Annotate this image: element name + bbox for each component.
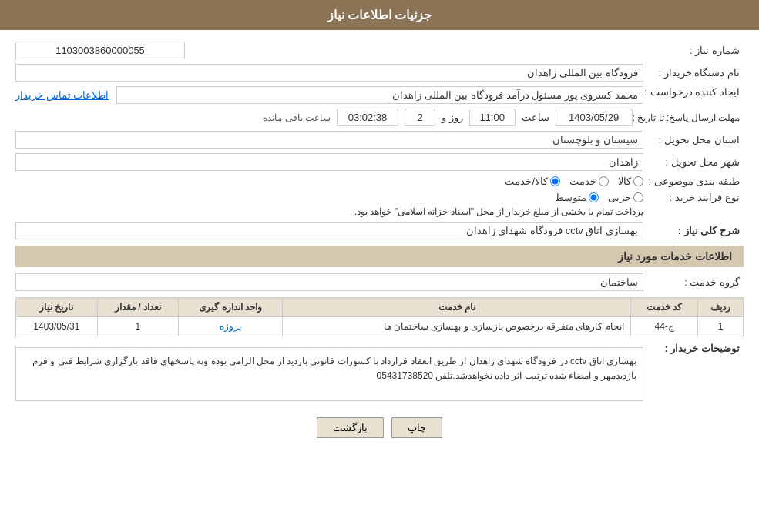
grohe-value: ساختمان: [15, 273, 643, 291]
cell-vahed: پروژه: [179, 317, 283, 336]
mohlat-date: 1403/05/29: [556, 109, 633, 126]
farayand-note: پرداخت تمام یا بخشی از مبلغ خریدار از مح…: [15, 206, 643, 217]
table-row: 1 ج-44 انجام کارهای متفرقه درخصوص بازساز…: [16, 317, 744, 336]
radio-khedmat[interactable]: خدمت: [569, 176, 609, 187]
contact-link[interactable]: اطلاعات تماس خریدار: [15, 89, 109, 101]
tabee-radio-group: کالا خدمت کالا/خدمت: [505, 176, 643, 187]
page-title: جزئیات اطلاعات نیاز: [327, 8, 432, 22]
col-vahed: واحد اندازه گیری: [179, 298, 283, 317]
nam-dastgah-label: نام دستگاه خریدار :: [643, 67, 744, 79]
cell-tedad: 1: [97, 317, 179, 336]
page-header: جزئیات اطلاعات نیاز: [0, 0, 759, 30]
mohlat-day-label: روز و: [442, 112, 463, 123]
radio-motavasset-label: متوسط: [555, 192, 586, 203]
ostan-value: سیستان و بلوچستان: [15, 131, 643, 149]
radio-jozee-input[interactable]: [633, 192, 643, 202]
ijad-konande-value: محمد کسروی پور مسئول درآمد فرودگاه بین ا…: [116, 86, 643, 104]
shomare-niaz-label: شماره نیاز :: [643, 45, 744, 56]
cell-kod: ج-44: [631, 317, 698, 336]
shahr-value: زاهدان: [15, 153, 643, 171]
shomare-niaz-value: 1103003860000055: [15, 42, 185, 59]
col-nam: نام خدمت: [283, 298, 631, 317]
buttons-row: چاپ بازگشت: [15, 417, 744, 438]
back-button[interactable]: بازگشت: [317, 417, 384, 438]
cell-nam: انجام کارهای متفرقه درخصوص بازسازی و بهس…: [283, 317, 631, 336]
description-value: بهسازی اتاق cctv در فرودگاه شهدای زاهدان…: [15, 347, 643, 401]
radio-khedmat-label: خدمت: [569, 176, 596, 187]
radio-motavasset[interactable]: متوسط: [555, 192, 599, 203]
mohlat-time-label: ساعت: [522, 112, 549, 123]
radio-motavasset-input[interactable]: [589, 192, 599, 202]
col-tedad: تعداد / مقدار: [97, 298, 179, 317]
service-table: ردیف کد خدمت نام خدمت واحد اندازه گیری ت…: [15, 297, 744, 336]
section2-header: اطلاعات خدمات مورد نیاز: [15, 246, 744, 267]
radio-khedmat-input[interactable]: [599, 176, 609, 186]
radio-kala[interactable]: کالا: [618, 176, 643, 187]
radio-jozee[interactable]: جزیی: [608, 192, 643, 203]
tabee-label: طبقه بندی موضوعی :: [643, 176, 744, 187]
mohlat-remaining-label: ساعت باقی مانده: [263, 112, 331, 123]
sharh-label: شرح کلی نیاز :: [643, 225, 744, 236]
ostan-label: استان محل تحویل :: [643, 134, 744, 146]
ijad-konande-label: ایجاد کننده درخواست :: [643, 86, 744, 98]
mohlat-remaining: 03:02:38: [337, 109, 398, 126]
radio-jozee-label: جزیی: [608, 192, 631, 203]
col-kod: کد خدمت: [631, 298, 698, 317]
cell-tarikh: 1403/05/31: [16, 317, 98, 336]
now-farayand-label: نوع فرآیند خرید :: [643, 192, 744, 203]
description-label: توضیحات خریدار :: [643, 343, 744, 354]
grohe-label: گروه خدمت :: [643, 276, 744, 288]
radio-kala-khedmat-label: کالا/خدمت: [505, 176, 548, 187]
col-radif: ردیف: [698, 298, 744, 317]
sharh-value: بهسازی اتاق cctv فرودگاه شهدای زاهدان: [15, 222, 643, 239]
print-button[interactable]: چاپ: [391, 417, 442, 438]
mohlat-day: 2: [405, 109, 435, 126]
mohlat-label: مهلت ارسال پاسخ: تا تاریخ :: [633, 112, 744, 123]
radio-kala-label: کالا: [618, 176, 631, 187]
radio-kala-khedmat[interactable]: کالا/خدمت: [505, 176, 560, 187]
col-tarikh: تاریخ نیاز: [16, 298, 98, 317]
shahr-label: شهر محل تحویل :: [643, 156, 744, 168]
radio-kala-khedmat-input[interactable]: [550, 176, 560, 186]
radio-kala-input[interactable]: [633, 176, 643, 186]
cell-radif: 1: [698, 317, 744, 336]
nam-dastgah-value: فرودگاه بین المللی زاهدان: [15, 64, 643, 82]
mohlat-time: 11:00: [469, 109, 516, 126]
